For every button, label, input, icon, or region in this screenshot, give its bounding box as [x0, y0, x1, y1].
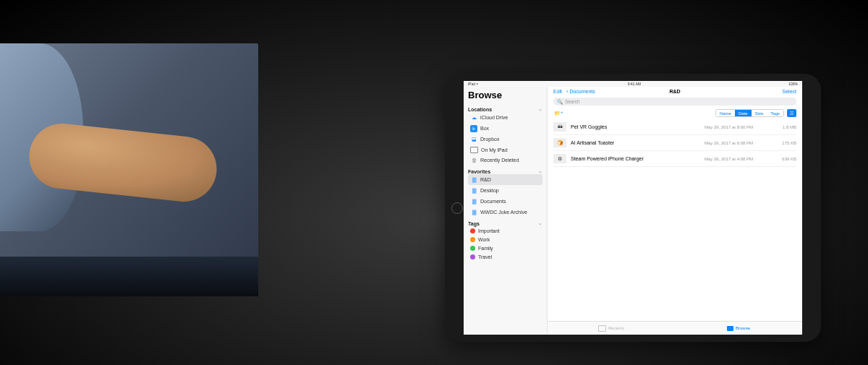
sidebar-tag-work[interactable]: Work	[468, 235, 542, 244]
sidebar-title: Browse	[468, 90, 542, 100]
sidebar-item-jokearchive[interactable]: ▇WWDC Joke Archive	[468, 207, 542, 218]
file-thumbnail: 🕶	[553, 122, 566, 132]
dropbox-icon: ⬓	[470, 136, 477, 143]
status-battery: 100%	[788, 82, 798, 86]
file-date: May 29, 2017 at 8:00 PM	[705, 125, 773, 129]
presenter-photo	[0, 43, 258, 296]
sidebar-item-label: Dropbox	[480, 137, 499, 142]
nav-bar: Edit ‹Documents R&D Select	[548, 87, 802, 96]
back-button[interactable]: ‹Documents	[566, 89, 595, 94]
sidebar-item-label: On My iPad	[481, 147, 508, 153]
sort-date[interactable]: Date	[735, 110, 752, 116]
sidebar-item-recentlydeleted[interactable]: 🗑Recently Deleted	[468, 155, 542, 166]
tags-label: Tags	[468, 221, 480, 226]
tab-label: Browse	[736, 326, 750, 330]
sidebar-item-label: Recently Deleted	[480, 158, 519, 163]
sidebar-tag-family[interactable]: Family	[468, 244, 542, 252]
back-label: Documents	[569, 89, 595, 94]
sidebar-item-label: Box	[480, 126, 489, 131]
search-input[interactable]: 🔍 Search	[553, 98, 796, 106]
status-carrier: iPad ᯤ	[468, 82, 480, 86]
chevron-left-icon: ‹	[566, 89, 568, 94]
file-name: Steam Powered iPhone Charger	[571, 156, 705, 161]
file-name: Pet VR Goggles	[571, 124, 705, 129]
file-date: May 29, 2017 at 6:08 PM	[705, 141, 773, 145]
sidebar-item-rd[interactable]: ▇R&D	[468, 174, 542, 185]
sidebar-item-label: Work	[478, 237, 490, 242]
sidebar-item-icloud[interactable]: ☁iCloud Drive	[468, 112, 542, 123]
locations-header[interactable]: Locations ⌄	[468, 106, 542, 112]
sidebar-item-box[interactable]: bBox	[468, 123, 542, 134]
sidebar-item-label: Important	[478, 228, 500, 233]
search-placeholder: Search	[565, 99, 580, 104]
box-icon: b	[470, 125, 477, 132]
sidebar-tag-important[interactable]: Important	[468, 226, 542, 235]
clock-icon	[598, 325, 606, 332]
tag-dot-icon	[470, 246, 475, 251]
locations-label: Locations	[468, 107, 492, 112]
trash-icon: 🗑	[470, 157, 477, 164]
sidebar-item-documents[interactable]: ▇Documents	[468, 196, 542, 207]
sort-tags[interactable]: Tags	[767, 110, 783, 116]
tag-dot-icon	[470, 237, 475, 242]
search-icon: 🔍	[557, 99, 563, 105]
chevron-down-icon: ⌄	[538, 106, 542, 112]
ipad-screen: iPad ᯤ 9:41 AM 100% Browse Locations ⌄ ☁…	[464, 81, 802, 335]
status-bar: iPad ᯤ 9:41 AM 100%	[464, 81, 802, 87]
file-list: 🕶 Pet VR Goggles May 29, 2017 at 8:00 PM…	[548, 119, 802, 321]
main-pane: Edit ‹Documents R&D Select 🔍 Search 📁⁺ N…	[547, 87, 802, 335]
sidebar-item-label: Travel	[478, 254, 492, 259]
folder-icon: ▇	[470, 198, 477, 205]
sort-segmented-control[interactable]: Name Date Size Tags	[715, 109, 784, 117]
file-row[interactable]: 🍞 AI Artisanal Toaster May 29, 2017 at 6…	[553, 135, 796, 151]
cloud-icon: ☁	[470, 114, 477, 121]
file-size: 639 KB	[773, 157, 796, 161]
new-folder-button[interactable]: 📁⁺	[553, 109, 563, 117]
file-row[interactable]: 🕶 Pet VR Goggles May 29, 2017 at 8:00 PM…	[553, 119, 796, 135]
file-name: AI Artisanal Toaster	[571, 140, 705, 145]
favorites-label: Favorites	[468, 169, 490, 174]
sidebar: Browse Locations ⌄ ☁iCloud Drive bBox ⬓D…	[464, 87, 547, 335]
tab-recents[interactable]: Recents	[548, 322, 675, 335]
folder-icon	[727, 326, 733, 331]
sidebar-tag-travel[interactable]: Travel	[468, 252, 542, 261]
sort-and-view: Name Date Size Tags ☰	[715, 109, 796, 117]
tab-browse[interactable]: Browse	[675, 322, 802, 335]
folder-icon: ▇	[470, 187, 477, 194]
sidebar-item-label: WWDC Joke Archive	[480, 210, 527, 215]
tags-header[interactable]: Tags ⌄	[468, 220, 542, 226]
file-date: May 26, 2017 at 4:08 PM	[705, 157, 773, 161]
new-folder-icon: 📁⁺	[554, 111, 563, 116]
presenter-table	[0, 257, 258, 296]
sidebar-item-label: Desktop	[480, 188, 499, 193]
tab-bar: Recents Browse	[548, 321, 802, 335]
tag-dot-icon	[470, 254, 475, 259]
toolbar: 📁⁺ Name Date Size Tags ☰	[548, 107, 802, 119]
sidebar-item-dropbox[interactable]: ⬓Dropbox	[468, 134, 542, 145]
sort-size[interactable]: Size	[752, 110, 767, 116]
folder-icon: ▇	[470, 176, 477, 184]
home-button[interactable]	[451, 202, 463, 214]
sidebar-item-label: Documents	[480, 199, 506, 204]
page-title: R&D	[669, 89, 680, 94]
favorites-header[interactable]: Favorites ⌄	[468, 168, 542, 174]
tab-label: Recents	[608, 326, 624, 330]
sort-name[interactable]: Name	[716, 110, 735, 116]
tag-dot-icon	[470, 228, 475, 233]
ipad-icon	[470, 147, 478, 153]
folder-icon: ▇	[470, 209, 477, 216]
sidebar-item-desktop[interactable]: ▇Desktop	[468, 185, 542, 196]
file-thumbnail: ⚙	[553, 154, 566, 163]
sidebar-item-label: R&D	[480, 177, 491, 182]
file-row[interactable]: ⚙ Steam Powered iPhone Charger May 26, 2…	[553, 151, 796, 167]
status-time: 9:41 AM	[628, 82, 641, 86]
sidebar-item-onmyipad[interactable]: On My iPad	[468, 145, 542, 155]
list-icon: ☰	[790, 111, 793, 116]
files-app: Browse Locations ⌄ ☁iCloud Drive bBox ⬓D…	[464, 87, 802, 335]
edit-button[interactable]: Edit	[553, 89, 562, 94]
file-thumbnail: 🍞	[553, 138, 566, 147]
ipad-device-frame: iPad ᯤ 9:41 AM 100% Browse Locations ⌄ ☁…	[445, 74, 821, 342]
file-size: 175 KB	[773, 141, 796, 145]
view-list-button[interactable]: ☰	[787, 109, 796, 117]
select-button[interactable]: Select	[783, 89, 796, 94]
